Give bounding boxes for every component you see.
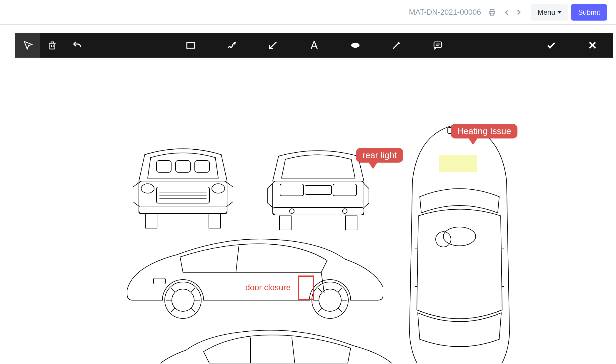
nav-arrows xyxy=(501,6,525,18)
svg-rect-13 xyxy=(157,161,171,172)
svg-rect-24 xyxy=(139,206,227,213)
svg-point-7 xyxy=(351,43,359,48)
freehand-tool[interactable] xyxy=(219,33,244,58)
svg-line-48 xyxy=(191,308,195,312)
confirm-button[interactable] xyxy=(539,33,564,58)
svg-line-61 xyxy=(318,288,322,292)
svg-line-59 xyxy=(318,308,322,312)
car-side-view-alt xyxy=(139,325,415,363)
svg-rect-28 xyxy=(280,184,304,196)
svg-rect-17 xyxy=(157,187,209,203)
svg-line-6 xyxy=(270,42,277,49)
drawing-canvas[interactable]: rear light Heating Issue door closure xyxy=(15,58,613,363)
svg-point-65 xyxy=(443,227,476,246)
svg-line-36 xyxy=(236,246,239,272)
svg-point-22 xyxy=(141,184,154,193)
svg-rect-30 xyxy=(305,186,332,194)
svg-rect-15 xyxy=(195,161,209,172)
svg-line-51 xyxy=(171,288,175,292)
text-annotation-door[interactable]: door closure xyxy=(245,283,291,292)
svg-rect-35 xyxy=(345,216,357,230)
svg-point-23 xyxy=(212,184,225,193)
cursor-tool[interactable] xyxy=(15,33,40,58)
callout-rear-light[interactable]: rear light xyxy=(356,148,403,163)
callout-label: rear light xyxy=(362,150,397,160)
chevron-left-icon xyxy=(503,9,511,16)
callout-heating-issue[interactable]: Heating Issue xyxy=(451,124,517,138)
svg-line-62 xyxy=(292,337,295,363)
cursor-icon xyxy=(23,40,33,50)
rect-annotation-door[interactable] xyxy=(298,275,314,300)
highlighter-icon xyxy=(392,40,402,50)
submit-button[interactable]: Submit xyxy=(571,4,607,21)
ellipse-tool[interactable] xyxy=(343,33,368,58)
document-id: MAT-DN-2021-00006 xyxy=(409,8,481,17)
svg-line-49 xyxy=(171,308,175,312)
trash-icon xyxy=(47,40,57,50)
chevron-right-icon xyxy=(515,9,522,16)
menu-label: Menu xyxy=(537,8,555,16)
svg-point-53 xyxy=(319,289,341,311)
close-icon xyxy=(587,40,597,50)
svg-rect-26 xyxy=(209,214,221,228)
svg-point-32 xyxy=(289,209,294,213)
text-icon: A xyxy=(311,39,318,51)
rectangle-icon xyxy=(186,40,196,50)
svg-rect-14 xyxy=(176,161,190,172)
menu-button[interactable]: Menu xyxy=(531,4,568,21)
svg-rect-25 xyxy=(145,214,157,228)
next-button[interactable] xyxy=(513,6,525,18)
caret-down-icon xyxy=(557,11,562,14)
svg-line-40 xyxy=(321,272,324,293)
svg-rect-16 xyxy=(139,181,227,213)
annotation-toolbar: A xyxy=(15,33,613,58)
text-tool[interactable]: A xyxy=(302,33,327,58)
callout-label: Heating Issue xyxy=(457,126,511,136)
svg-rect-4 xyxy=(187,42,194,48)
undo-icon xyxy=(72,40,82,50)
svg-line-60 xyxy=(338,288,342,292)
svg-rect-31 xyxy=(273,208,364,215)
svg-rect-34 xyxy=(279,216,291,230)
freehand-icon xyxy=(227,40,237,50)
cancel-button[interactable] xyxy=(580,33,605,58)
car-side-view xyxy=(115,234,392,319)
svg-point-33 xyxy=(342,209,347,213)
svg-line-50 xyxy=(191,288,195,292)
prev-button[interactable] xyxy=(501,6,513,18)
undo-tool[interactable] xyxy=(65,33,89,58)
comment-tool[interactable] xyxy=(425,33,450,58)
svg-rect-27 xyxy=(273,181,364,215)
highlighter-tool[interactable] xyxy=(384,33,409,58)
svg-point-66 xyxy=(436,232,451,247)
arrow-tool[interactable] xyxy=(261,33,285,58)
print-button[interactable] xyxy=(486,6,498,18)
rectangle-tool[interactable] xyxy=(178,33,203,58)
page-header: MAT-DN-2021-00006 Menu Submit xyxy=(0,0,616,25)
svg-point-43 xyxy=(172,289,194,311)
comment-icon xyxy=(433,40,443,50)
svg-point-5 xyxy=(234,42,235,43)
ellipse-icon xyxy=(350,40,360,50)
arrow-icon xyxy=(268,40,278,50)
delete-tool[interactable] xyxy=(40,33,65,58)
svg-rect-41 xyxy=(154,278,165,284)
car-front-view xyxy=(127,143,239,231)
svg-rect-8 xyxy=(434,42,442,47)
svg-rect-29 xyxy=(333,184,357,196)
svg-rect-3 xyxy=(50,43,55,49)
svg-line-58 xyxy=(338,308,342,312)
canvas-wrap: A xyxy=(0,25,616,363)
check-icon xyxy=(546,40,556,50)
car-top-view xyxy=(401,122,518,363)
printer-icon xyxy=(488,9,496,16)
